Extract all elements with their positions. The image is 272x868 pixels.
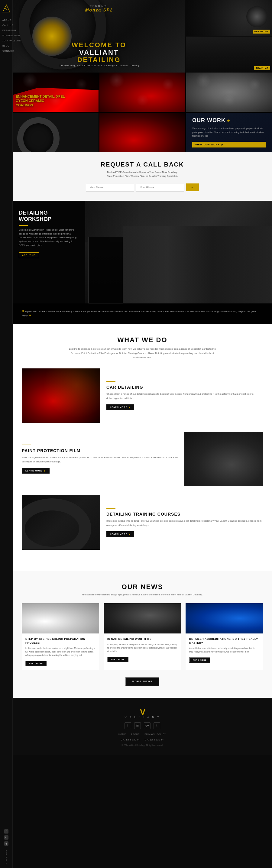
hero-title: WELCOME TO VALLIANT DETAILING <box>59 41 139 63</box>
hero-car-brand: Ferrari <box>85 4 113 7</box>
sidebar-item-detailing[interactable]: Detailing <box>1 28 11 32</box>
news-content-2: Is Car Detailing Worth It? In this post,… <box>104 633 181 666</box>
sidebar-item-about[interactable]: About <box>1 18 11 22</box>
news-btn-2[interactable]: READ MORE <box>107 657 128 662</box>
sidebar-logo: V <box>2 4 10 13</box>
footer-phone: 07712 623744 | 07712 623744 <box>22 738 263 741</box>
request-title: Request A Call Back <box>25 161 260 168</box>
what-we-do-header: What we do Looking to enhance & protect … <box>22 336 263 359</box>
news-excerpt-3: Accreditations are relied upon so heavil… <box>189 647 259 653</box>
news-title-2: Is Car Detailing Worth It? <box>107 637 177 641</box>
hero-subtitle: Car Detailing, Paint Protection Film, Co… <box>59 64 139 66</box>
footer-logo: V V A L L I A N T <box>22 707 263 719</box>
testimonial-quote: Rijwan and his team have done a fantasti… <box>22 309 263 318</box>
gallery-overlay-1: ENHANCEMENT DETAIL, XPEL GYEON CERAMIC C… <box>16 94 65 107</box>
news-grid: Step By Step Detailing Preparation Proce… <box>22 603 263 670</box>
service-row-training: Detailing Training Courses Interested in… <box>22 495 263 550</box>
workshop-section: Detailing Workshop Custom-built workshop… <box>13 201 272 304</box>
what-we-do-section: What we do Looking to enhance & protect … <box>13 324 272 571</box>
news-more-btn[interactable]: MORE NEWS <box>125 677 159 686</box>
our-work-btn[interactable]: VIEW OUR WORK <box>192 142 266 148</box>
news-title-1: Step By Step Detailing Preparation Proce… <box>25 637 95 645</box>
sidebar-item-blog[interactable]: Blog <box>1 44 11 48</box>
service-btn-ppf[interactable]: LEARN MORE <box>22 468 50 473</box>
request-phone-input[interactable] <box>136 183 184 192</box>
request-callback-section: Request A Call Back Book a FREE Consulta… <box>13 152 272 201</box>
gallery-item-4 <box>13 113 98 152</box>
gallery-sparkles-2 <box>99 72 185 112</box>
service-desc-detailing: Choose from a range of our detailing pac… <box>107 392 263 400</box>
hero-training-badge: TRAINING <box>254 66 270 70</box>
gallery-item-1: ENHANCEMENT DETAIL, XPEL GYEON CERAMIC C… <box>13 72 98 112</box>
hero-detailing-badge: DETAILING <box>253 30 270 34</box>
footer-twitter-icon[interactable]: t <box>154 722 160 729</box>
service-text-detailing: Car Detailing Choose from a range of our… <box>107 381 263 410</box>
footer-nav-home[interactable]: Home <box>118 733 126 735</box>
request-name-input[interactable] <box>86 183 134 192</box>
workshop-door-2 <box>149 237 209 304</box>
news-content-3: Detailer Accreditations, Do They Really … <box>186 633 263 666</box>
sidebar-item-joinvalliant[interactable]: Join Valliant <box>1 39 11 42</box>
service-image-training <box>22 495 100 550</box>
gallery-overlay-title: ENHANCEMENT DETAIL, XPEL GYEON CERAMIC C… <box>16 94 65 107</box>
footer-nav-about[interactable]: About <box>131 733 140 735</box>
testimonial-section: Rijwan and his team have done a fantasti… <box>13 304 272 324</box>
sidebar: V About Call Us Detailing Window Film Jo… <box>0 0 13 755</box>
sidebar-navigation: About Call Us Detailing Window Film Join… <box>0 18 12 53</box>
news-title-3: Detailer Accreditations, Do They Really … <box>189 637 259 645</box>
our-work-title: Our Work <box>192 117 266 124</box>
workshop-doors <box>85 237 272 304</box>
sidebar-item-windowfilm[interactable]: Window Film <box>1 34 11 37</box>
service-btn-detailing[interactable]: LEARN MORE <box>107 404 134 410</box>
workshop-wrapper: Detailing Workshop Custom-built workshop… <box>13 201 272 324</box>
sidebar-item-contact[interactable]: Contact <box>1 49 11 53</box>
news-btn-3[interactable]: READ MORE <box>189 657 210 663</box>
footer-facebook-icon[interactable]: f <box>124 722 131 729</box>
news-more: MORE NEWS <box>22 677 263 686</box>
service-divider <box>107 381 116 382</box>
service-image-detailing <box>22 368 100 423</box>
service-divider-ppf <box>22 444 31 445</box>
footer-social: f in g+ t <box>22 722 263 729</box>
footer-nav-privacy[interactable]: Privacy Policy <box>145 733 166 735</box>
news-excerpt-2: In this post, we look at the question th… <box>107 643 177 653</box>
news-header: Our News <box>22 583 263 591</box>
news-content-1: Step By Step Detailing Preparation Proce… <box>22 633 99 670</box>
hero-top-right: DETAILING <box>186 0 272 36</box>
service-title-detailing: Car Detailing <box>107 385 263 390</box>
hero-car-title: Ferrari Monza SP2 <box>85 4 113 12</box>
workshop-about-btn[interactable]: ABOUT US <box>19 252 39 258</box>
what-we-do-desc: Looking to enhance & protect your car or… <box>67 347 218 359</box>
hero-section: Ferrari Monza SP2 WELCOME TO VALLIANT DE… <box>13 0 272 72</box>
footer-instagram-icon[interactable]: in <box>134 722 141 729</box>
news-excerpt-1: In this case study, the team worked on a… <box>25 647 95 657</box>
service-divider-training <box>107 508 116 509</box>
service-row-ppf: Paint Protection Film Want the highest l… <box>22 432 263 486</box>
sidebar-item-callus[interactable]: Call Us <box>1 23 11 27</box>
news-image-1 <box>22 603 99 633</box>
service-btn-training[interactable]: LEARN MORE <box>107 531 134 537</box>
request-desc: Book a FREE Consultation to Speak to You… <box>25 170 260 178</box>
footer: V V A L L I A N T f in g+ t Home About P… <box>13 698 272 755</box>
main-content: Ferrari Monza SP2 WELCOME TO VALLIANT DE… <box>13 0 272 755</box>
workshop-description: Custom-built workshop in Huddersfield, W… <box>19 228 79 248</box>
service-desc-training: Interested in long-time to detail, impro… <box>107 519 263 527</box>
workshop-door-3 <box>209 237 269 304</box>
news-section: Our News Find a host of our detailing bl… <box>13 571 272 698</box>
footer-nav: Home About Privacy Policy <box>22 733 263 735</box>
hero-main-image: Ferrari Monza SP2 WELCOME TO VALLIANT DE… <box>13 0 185 72</box>
what-we-do-title: What we do <box>22 336 263 344</box>
gallery-sparkles-3 <box>186 72 272 112</box>
news-btn-1[interactable]: READ MORE <box>25 661 47 666</box>
our-work-desc: View a range of vehicles the team have p… <box>192 127 266 138</box>
hero-bottom-right: TRAINING <box>186 37 272 72</box>
gallery-item-2 <box>99 72 185 112</box>
hero-car-model: Monza SP2 <box>85 7 113 12</box>
request-form: → <box>25 183 260 192</box>
service-row-detailing: Car Detailing Choose from a range of our… <box>22 368 263 423</box>
footer-google-icon[interactable]: g+ <box>144 722 151 729</box>
request-submit-btn[interactable]: → <box>186 183 199 191</box>
news-item-3: Detailer Accreditations, Do They Really … <box>186 603 263 670</box>
service-text-ppf: Paint Protection Film Want the highest l… <box>22 444 178 473</box>
news-subheader: Find a host of our detailing blogs, tips… <box>22 593 263 596</box>
